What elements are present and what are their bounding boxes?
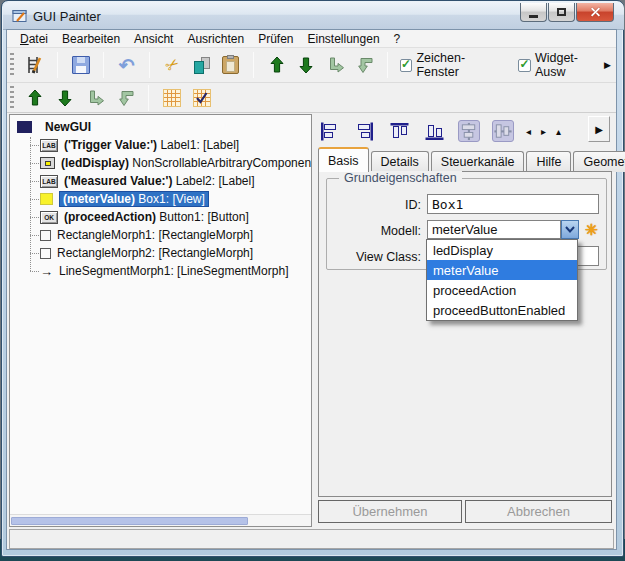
grid-icon [163,89,181,107]
copy-icon [193,57,211,74]
separator [149,52,150,78]
move-out-button[interactable] [350,51,379,79]
tab-steuerkanaele[interactable]: Steuerkanäle [431,151,525,172]
close-icon [590,7,601,18]
menu-ausrichten[interactable]: Ausrichten [180,31,251,47]
tab-details[interactable]: Details [371,151,429,172]
cut-button[interactable]: ✂ [158,51,187,79]
center-horizontal-button[interactable] [458,120,480,142]
menu-einstellungen[interactable]: Einstellungen [301,31,387,47]
separator [103,52,104,78]
model-dropdown-list: ledDisplay meterValue proceedAction proc… [426,239,578,321]
menu-help[interactable]: ? [387,31,408,47]
menubar: Datei Bearbeiten Ansicht Ausrichten Prüf… [7,30,616,48]
menu-bearbeiten[interactable]: Bearbeiten [55,31,127,47]
separator [253,52,254,78]
id-input[interactable] [427,194,599,214]
arrow-out-icon [354,55,374,75]
widget-auswahl-checkbox[interactable]: ✓ Widget-Ausw [518,51,616,79]
align-top-button[interactable] [388,120,410,142]
move-up-button-2[interactable] [20,86,50,110]
align-bottom-icon [424,121,445,142]
model-label: Modell: [325,224,421,238]
move-into-button[interactable] [321,51,350,79]
tree-root-newgui[interactable]: NewGUI [10,118,311,136]
dropdown-item-leddisplay[interactable]: ledDisplay [427,240,577,260]
paste-button[interactable] [216,51,245,79]
grid-button[interactable] [157,86,187,110]
align-bottom-button[interactable] [423,120,445,142]
tree-item-rectanglemorph2[interactable]: RectangleMorph2: [RectangleMorph] [10,244,311,262]
main-toolbar: ↶ ✂ ✓ Zeichen-Fenster ✓ Widget-Ausw ▶ [7,48,616,83]
titlebar[interactable]: GUI Painter [3,2,624,30]
move-down-button-2[interactable] [50,86,80,110]
window-widget-icon [17,121,32,133]
property-tabs: Basis Details Steuerkanäle Hilfe Geometr… [318,147,612,172]
led-widget-icon [40,157,55,169]
undo-button[interactable]: ↶ [112,51,141,79]
tab-geometrie[interactable]: Geometrie [573,151,625,172]
align-top-icon [389,121,410,142]
label-widget-icon: LAB [40,175,58,188]
tree-item-label2[interactable]: LAB ('Measured Value:') Label2: [Label] [10,172,311,190]
zeichen-fenster-checkbox[interactable]: ✓ Zeichen-Fenster [400,51,514,79]
model-assist-button[interactable]: ✳ [585,222,598,237]
floppy-icon [72,56,90,74]
tab-hilfe[interactable]: Hilfe [526,151,571,172]
browser-button[interactable] [20,51,49,79]
tree-horizontal-scrollbar[interactable] [10,514,311,526]
model-dropdown-button[interactable] [561,220,579,239]
minimize-button[interactable] [520,3,547,22]
cancel-button[interactable]: Abbrechen [465,500,612,523]
nav-left-icon[interactable]: ◂ [526,126,531,137]
app-icon [12,8,28,24]
tree-item-rectanglemorph1[interactable]: RectangleMorph1: [RectangleMorph] [10,226,311,244]
move-out-button-2[interactable] [110,86,140,110]
grid-check-icon [193,89,211,107]
nav-right-icon[interactable]: ▸ [541,126,546,137]
tree-item-label1[interactable]: LAB ('Trigger Value:') Label1: [Label] [10,136,311,154]
tree-item-leddisplay[interactable]: (ledDisplay) NonScrollableArbitraryCompo… [10,154,311,172]
maximize-button[interactable] [548,3,575,22]
tree-item-box1-selected[interactable]: (meterValue) Box1: [View] [10,190,311,208]
separator [148,85,149,111]
scrollbar-thumb[interactable] [11,517,248,525]
arrow-into-icon [85,88,105,108]
align-right-button[interactable] [353,120,375,142]
ok-button-widget-icon: OK [40,211,58,224]
dropdown-item-proceedbuttonenabled[interactable]: proceedButtonEnabled [427,300,577,320]
model-combobox[interactable]: meterValue [427,220,561,239]
move-into-button-2[interactable] [80,86,110,110]
clipboard-icon [222,56,239,74]
toolbar-overflow-icon[interactable]: ▶ [604,60,611,70]
panel-overflow-button[interactable]: ▶ [588,116,610,142]
line-arrow-icon: → [40,265,53,278]
nav-up-icon[interactable]: ▴ [556,126,561,137]
align-left-button[interactable] [318,120,340,142]
save-button[interactable] [66,51,95,79]
copy-button[interactable] [187,51,216,79]
tab-basis[interactable]: Basis [318,147,369,172]
view-widget-icon [40,193,53,205]
rectangle-widget-icon [40,230,51,241]
dropdown-item-proceedaction[interactable]: proceedAction [427,280,577,300]
zeichen-fenster-label: Zeichen-Fenster [416,51,504,79]
menu-ansicht[interactable]: Ansicht [127,31,180,47]
grid-snap-button[interactable] [187,86,217,110]
dropdown-item-metervalue-selected[interactable]: meterValue [427,260,577,280]
separator [387,52,388,78]
center-vertical-button[interactable] [492,120,514,142]
move-down-button[interactable] [292,51,321,79]
apply-button[interactable]: Übernehmen [318,500,462,523]
widget-auswahl-label: Widget-Ausw [535,51,606,79]
move-up-button[interactable] [262,51,291,79]
menu-datei[interactable]: Datei [13,31,55,47]
checkbox-checked-icon: ✓ [400,59,413,72]
close-button[interactable] [576,3,614,22]
ladder-brush-icon [24,55,44,75]
center-horizontal-icon [459,121,479,142]
chevron-down-icon [564,224,576,235]
tree-item-linesegmentmorph1[interactable]: → LineSegmentMorph1: [LineSegmentMorph] [10,262,311,280]
menu-pruefen[interactable]: Prüfen [251,31,300,47]
tree-item-button1[interactable]: OK (proceedAction) Button1: [Button] [10,208,311,226]
